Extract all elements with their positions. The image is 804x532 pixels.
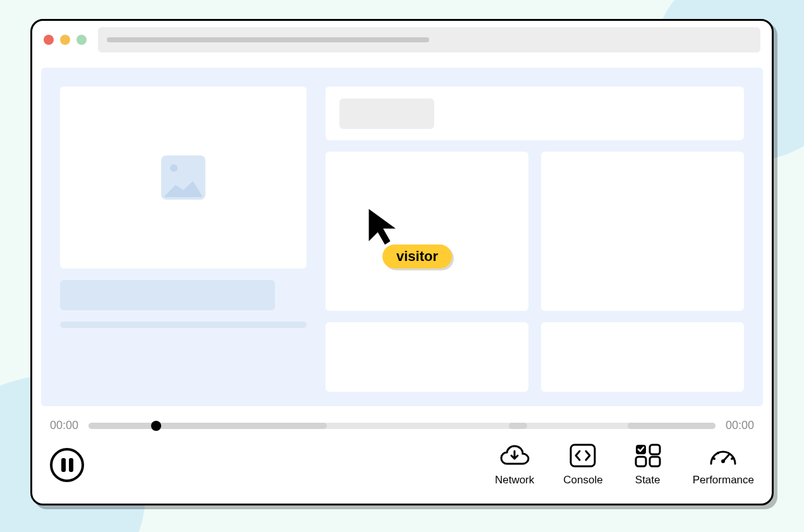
content-card	[326, 152, 528, 311]
close-window-icon[interactable]	[44, 35, 54, 45]
maximize-window-icon[interactable]	[76, 35, 87, 45]
text-placeholder-large	[60, 280, 275, 310]
tab-label: Console	[563, 474, 602, 487]
tab-performance[interactable]: Performance	[693, 444, 754, 487]
minimize-window-icon[interactable]	[60, 35, 70, 45]
player-toolbar: Network Console State Performance	[32, 444, 772, 500]
cursor-badge: visitor	[382, 245, 452, 269]
playback-timeline: 00:00 00:00	[50, 419, 754, 432]
timeline-segment	[628, 423, 716, 429]
timeline-segment	[509, 423, 528, 429]
tab-label: Performance	[693, 474, 754, 487]
session-replay-window: visitor 00:00 00:00 Network	[30, 19, 774, 505]
svg-rect-4	[650, 457, 660, 466]
content-card	[541, 322, 744, 392]
address-bar[interactable]	[98, 27, 760, 52]
tab-state[interactable]: State	[632, 444, 664, 487]
svg-point-9	[731, 457, 733, 460]
address-bar-placeholder	[107, 37, 429, 42]
code-brackets-icon	[567, 444, 599, 468]
header-chip-placeholder	[339, 99, 434, 129]
devtools-tabs: Network Console State Performance	[495, 444, 754, 487]
time-total: 00:00	[726, 419, 754, 432]
svg-line-6	[723, 455, 729, 461]
tab-label: State	[635, 474, 661, 487]
timeline-track[interactable]	[88, 423, 716, 429]
image-placeholder-card	[60, 87, 307, 269]
cursor-icon	[363, 205, 406, 248]
svg-point-8	[717, 452, 719, 454]
pause-button[interactable]	[50, 448, 84, 482]
svg-rect-0	[571, 445, 595, 466]
content-card	[326, 322, 528, 392]
traffic-lights	[44, 35, 87, 45]
image-icon	[161, 155, 205, 200]
replay-canvas: visitor	[41, 68, 763, 406]
left-column	[60, 87, 307, 328]
svg-point-7	[713, 457, 716, 460]
content-grid-row-2	[326, 322, 744, 392]
timeline-segment	[88, 423, 327, 429]
visitor-cursor: visitor	[363, 205, 406, 251]
svg-rect-3	[636, 457, 646, 466]
window-titlebar	[32, 21, 772, 59]
header-card	[326, 87, 744, 140]
time-elapsed: 00:00	[50, 419, 78, 432]
cloud-download-icon	[499, 444, 530, 468]
grid-check-icon	[632, 444, 664, 468]
gauge-icon	[707, 444, 739, 468]
tab-network[interactable]: Network	[495, 444, 534, 487]
timeline-handle[interactable]	[151, 421, 161, 431]
text-placeholder-line	[60, 322, 307, 328]
content-card	[541, 152, 744, 311]
pause-icon	[61, 458, 73, 472]
tab-console[interactable]: Console	[563, 444, 602, 487]
tab-label: Network	[495, 474, 534, 487]
svg-rect-2	[650, 445, 660, 454]
